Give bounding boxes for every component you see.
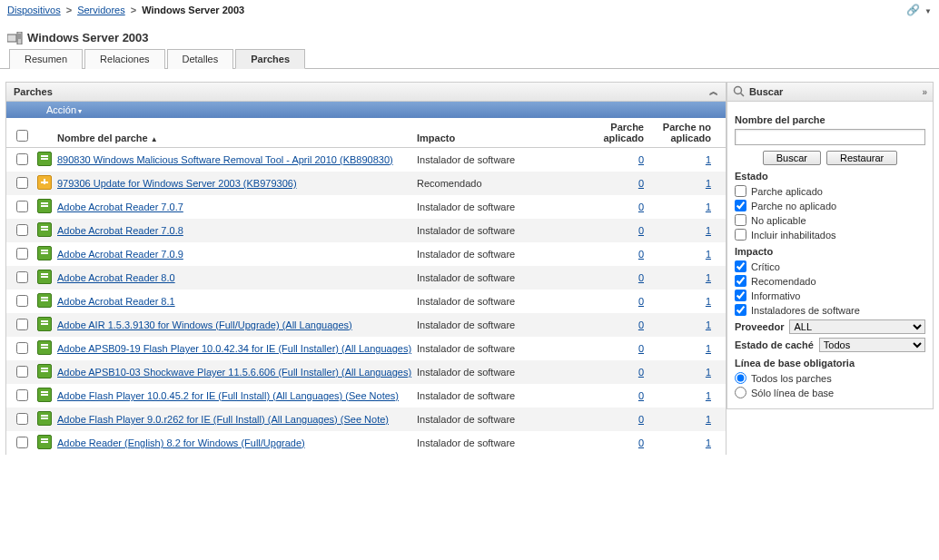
patch-name-link[interactable]: Adobe Acrobat Reader 8.1 [57, 296, 175, 307]
patch-applied-link[interactable]: 0 [638, 319, 644, 330]
patch-notapplied-link[interactable]: 1 [706, 367, 711, 378]
patch-name-link[interactable]: Adobe Reader (English) 8.2 for Windows (… [57, 437, 305, 448]
impacto-checkbox[interactable] [735, 290, 746, 301]
row-checkbox[interactable] [16, 224, 28, 236]
expand-icon[interactable]: » [922, 87, 927, 97]
baseline-radio[interactable] [735, 372, 746, 384]
estado-label: Parche no aplicado [751, 201, 836, 211]
row-checkbox[interactable] [16, 177, 28, 189]
row-checkbox[interactable] [16, 248, 28, 260]
row-checkbox[interactable] [16, 201, 28, 212]
col-header-impacto[interactable]: Impacto [417, 133, 580, 143]
estado-checkbox[interactable] [735, 200, 746, 211]
col-header-notapplied[interactable]: Parche no aplicado [653, 122, 726, 143]
patch-name-link[interactable]: 890830 Windows Malicious Software Remova… [57, 154, 393, 165]
patch-name-link[interactable]: Adobe APSB09-19 Flash Player 10.0.42.34 … [57, 343, 411, 354]
table-row: 979306 Update for Windows Server 2003 (K… [6, 172, 726, 195]
patch-icon [37, 317, 52, 331]
impacto-checkbox[interactable] [735, 275, 746, 287]
tab-relaciones[interactable]: Relaciones [84, 49, 164, 69]
patch-applied-link[interactable]: 0 [638, 272, 644, 283]
table-row: Adobe Reader (English) 8.2 for Windows (… [6, 431, 726, 455]
impacto-checkbox[interactable] [735, 304, 746, 316]
reset-button[interactable]: Restaurar [826, 151, 897, 165]
patch-impacto: Instalador de software [417, 319, 580, 330]
patch-notapplied-link[interactable]: 1 [706, 249, 711, 260]
row-checkbox[interactable] [16, 413, 28, 425]
select-all-checkbox[interactable] [16, 130, 28, 142]
patch-name-link[interactable]: Adobe Acrobat Reader 7.0.9 [57, 249, 183, 260]
impacto-checkbox[interactable] [735, 260, 746, 272]
patch-notapplied-link[interactable]: 1 [706, 414, 711, 425]
patch-applied-link[interactable]: 0 [638, 390, 644, 401]
patch-notapplied-link[interactable]: 1 [706, 343, 711, 354]
col-header-name[interactable]: Nombre del parche▲ [55, 133, 417, 143]
baseline-radio[interactable] [735, 387, 746, 398]
caret-down-icon[interactable]: ▼ [924, 7, 932, 15]
impacto-label: Recomendado [751, 276, 816, 287]
row-checkbox[interactable] [16, 319, 28, 330]
row-checkbox[interactable] [16, 342, 28, 354]
patch-icon [37, 270, 52, 284]
search-button[interactable]: Buscar [763, 151, 821, 165]
link-icon[interactable]: 🔗 [906, 4, 920, 16]
patch-name-link[interactable]: Adobe APSB10-03 Shockwave Player 11.5.6.… [57, 367, 411, 378]
patch-applied-link[interactable]: 0 [638, 178, 644, 189]
patch-name-link[interactable]: Adobe Flash Player 10.0.45.2 for IE (Ful… [57, 390, 399, 401]
patch-applied-link[interactable]: 0 [638, 414, 644, 425]
page-title: Windows Server 2003 [27, 31, 149, 44]
search-name-input[interactable] [735, 129, 925, 145]
patch-applied-link[interactable]: 0 [638, 296, 644, 307]
table-row: Adobe AIR 1.5.3.9130 for Windows (Full/U… [6, 313, 726, 337]
table-row: Adobe Acrobat Reader 8.0Instalador de so… [6, 266, 726, 290]
patch-name-link[interactable]: Adobe AIR 1.5.3.9130 for Windows (Full/U… [57, 319, 352, 330]
patch-name-link[interactable]: 979306 Update for Windows Server 2003 (K… [57, 178, 297, 189]
patch-name-link[interactable]: Adobe Flash Player 9.0.r262 for IE (Full… [57, 414, 389, 425]
patch-applied-link[interactable]: 0 [638, 201, 644, 212]
row-checkbox[interactable] [16, 437, 28, 448]
patch-name-link[interactable]: Adobe Acrobat Reader 7.0.8 [57, 225, 183, 236]
patch-notapplied-link[interactable]: 1 [706, 225, 711, 236]
estado-heading: Estado [735, 171, 925, 182]
col-header-applied[interactable]: Parche aplicado [580, 122, 653, 143]
patch-applied-link[interactable]: 0 [638, 343, 644, 354]
tab-detalles[interactable]: Detalles [167, 49, 234, 69]
patch-applied-link[interactable]: 0 [638, 367, 644, 378]
row-checkbox[interactable] [16, 271, 28, 283]
tabs: Resumen Relaciones Detalles Parches [0, 48, 939, 69]
patch-applied-link[interactable]: 0 [638, 249, 644, 260]
patch-notapplied-link[interactable]: 1 [706, 201, 711, 212]
patch-icon [37, 340, 52, 355]
impacto-heading: Impacto [735, 246, 925, 257]
patch-name-link[interactable]: Adobe Acrobat Reader 8.0 [57, 272, 175, 283]
row-checkbox[interactable] [16, 366, 28, 378]
row-checkbox[interactable] [16, 295, 28, 307]
collapse-icon[interactable]: ︽ [709, 85, 718, 98]
patch-notapplied-link[interactable]: 1 [706, 437, 711, 448]
row-checkbox[interactable] [16, 153, 28, 165]
proveedor-select[interactable]: ALL [789, 319, 925, 334]
patch-notapplied-link[interactable]: 1 [706, 178, 711, 189]
patch-applied-link[interactable]: 0 [638, 225, 644, 236]
estado-checkbox[interactable] [735, 214, 746, 226]
search-panel-title: Buscar [749, 86, 783, 97]
patch-notapplied-link[interactable]: 1 [706, 296, 711, 307]
patch-notapplied-link[interactable]: 1 [706, 272, 711, 283]
row-checkbox[interactable] [16, 389, 28, 401]
patch-name-link[interactable]: Adobe Acrobat Reader 7.0.7 [57, 201, 183, 212]
cache-select[interactable]: Todos [819, 338, 925, 352]
estado-checkbox[interactable] [735, 185, 746, 197]
tab-resumen[interactable]: Resumen [9, 49, 83, 69]
action-menu[interactable]: Acción▾ [46, 104, 82, 115]
patch-applied-link[interactable]: 0 [638, 154, 644, 165]
tab-parches[interactable]: Parches [235, 49, 305, 69]
breadcrumb-dispositivos[interactable]: Dispositivos [7, 5, 61, 15]
patch-notapplied-link[interactable]: 1 [706, 154, 711, 165]
patch-notapplied-link[interactable]: 1 [706, 319, 711, 330]
patch-icon [37, 364, 52, 378]
patch-icon [37, 246, 52, 260]
patch-applied-link[interactable]: 0 [638, 437, 644, 448]
estado-checkbox[interactable] [735, 229, 746, 241]
breadcrumb-servidores[interactable]: Servidores [77, 5, 125, 15]
patch-notapplied-link[interactable]: 1 [706, 390, 711, 401]
